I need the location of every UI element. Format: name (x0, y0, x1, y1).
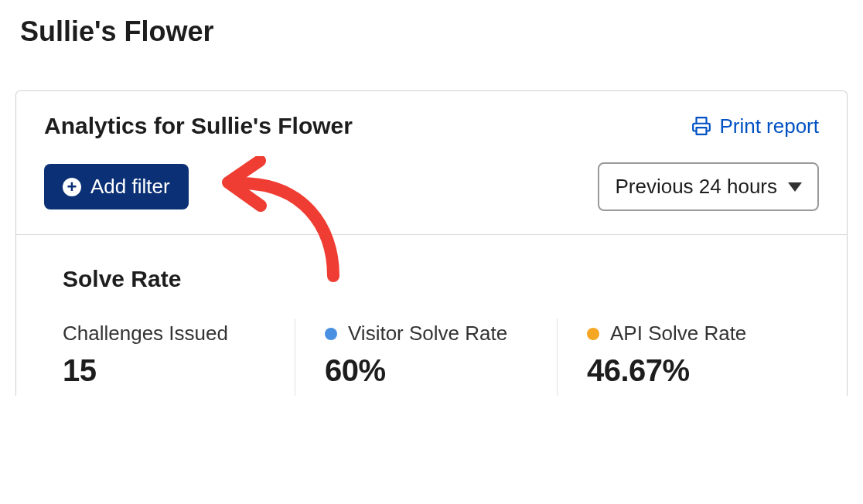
solve-rate-section: Solve Rate Challenges Issued 15 Visitor … (16, 235, 847, 396)
filter-bar: + Add filter Previous 24 hours (16, 162, 847, 235)
metric-value: 60% (325, 353, 534, 388)
add-filter-label: Add filter (90, 175, 170, 199)
metric-challenges-issued: Challenges Issued 15 (63, 318, 295, 396)
metric-visitor-solve-rate: Visitor Solve Rate 60% (295, 318, 557, 396)
metrics-row: Challenges Issued 15 Visitor Solve Rate … (63, 318, 819, 396)
page-title: Sullie's Flower (15, 15, 848, 48)
solve-rate-title: Solve Rate (63, 266, 819, 292)
metric-label: API Solve Rate (587, 322, 796, 346)
panel-header: Analytics for Sullie's Flower Print repo… (16, 91, 847, 162)
print-report-label: Print report (719, 114, 819, 138)
metric-value: 46.67% (587, 353, 796, 388)
print-icon (691, 116, 711, 136)
metric-label-text: Visitor Solve Rate (348, 322, 507, 346)
metric-label-text: Challenges Issued (63, 322, 228, 346)
add-filter-button[interactable]: + Add filter (44, 164, 189, 209)
plus-circle-icon: + (63, 178, 81, 196)
print-report-link[interactable]: Print report (691, 114, 819, 138)
dot-icon (587, 328, 599, 340)
time-range-label: Previous 24 hours (615, 175, 777, 199)
svg-rect-0 (697, 128, 707, 135)
metric-api-solve-rate: API Solve Rate 46.67% (557, 318, 819, 396)
analytics-panel: Analytics for Sullie's Flower Print repo… (15, 90, 848, 396)
chevron-down-icon (788, 182, 802, 192)
dot-icon (325, 328, 337, 340)
panel-title: Analytics for Sullie's Flower (44, 113, 353, 139)
metric-value: 15 (63, 353, 271, 388)
time-range-select[interactable]: Previous 24 hours (598, 162, 819, 211)
metric-label: Challenges Issued (63, 322, 271, 346)
metric-label-text: API Solve Rate (610, 322, 746, 346)
metric-label: Visitor Solve Rate (325, 322, 534, 346)
